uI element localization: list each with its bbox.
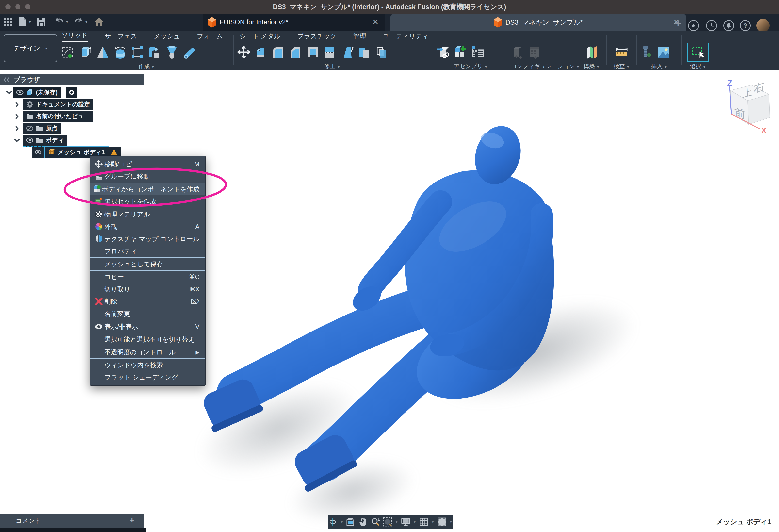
group-label-construct[interactable]: 構築	[584, 63, 595, 69]
job-status-icon[interactable]	[706, 20, 717, 31]
undo-caret-icon[interactable]: ▼	[65, 20, 69, 24]
shell-icon[interactable]	[306, 45, 319, 59]
user-avatar[interactable]	[756, 19, 770, 32]
comment-bar[interactable]: コメント +	[0, 514, 144, 528]
select-tool-active-highlight[interactable]	[687, 43, 709, 62]
grid-settings-icon[interactable]	[419, 517, 429, 527]
chamfer-icon[interactable]	[289, 45, 302, 59]
home-icon[interactable]	[94, 16, 104, 28]
bom-table-icon[interactable]	[471, 45, 485, 59]
draft-icon[interactable]	[340, 45, 354, 59]
document-tab-2-active[interactable]: DS3_マネキン_サンプル* ✕	[391, 14, 686, 31]
new-file-icon[interactable]: ▼	[18, 16, 32, 28]
extrude-icon[interactable]	[79, 45, 93, 59]
insert-canvas-icon[interactable]	[657, 45, 671, 59]
eye-icon[interactable]	[26, 136, 34, 144]
measure-icon[interactable]	[615, 45, 628, 59]
tree-expand-icon[interactable]	[6, 89, 12, 96]
app-grid-icon[interactable]	[4, 16, 13, 28]
split-body-icon[interactable]	[323, 45, 337, 59]
menu-item-find-in-window[interactable]: ウィンドウ内を検索	[90, 358, 205, 371]
tree-collapse-icon[interactable]	[14, 113, 20, 120]
eye-off-icon[interactable]	[26, 125, 34, 132]
fillet-icon[interactable]	[271, 45, 285, 59]
redo-caret-icon[interactable]: ▼	[85, 20, 88, 24]
menu-item-appearance[interactable]: 外観 A	[90, 221, 205, 233]
orbit-caret-icon[interactable]: ▼	[340, 520, 344, 524]
active-document-marker[interactable]	[66, 87, 77, 98]
notifications-icon[interactable]	[723, 20, 734, 31]
fit-caret-icon[interactable]: ▼	[395, 520, 398, 524]
sweep-icon[interactable]	[113, 45, 127, 59]
ribbon-tab-mesh[interactable]: メッシュ	[154, 32, 180, 42]
tree-item-document-settings[interactable]: ドキュメントの設定	[23, 99, 93, 110]
group-caret-icon[interactable]: ▼	[484, 65, 488, 69]
redo-icon[interactable]: ▼	[74, 16, 88, 28]
help-icon[interactable]: ?	[740, 20, 751, 31]
workspace-selector[interactable]: デザイン▼	[4, 35, 57, 62]
rail-icon[interactable]	[130, 45, 144, 59]
revolve-icon[interactable]	[96, 45, 110, 59]
new-file-caret-icon[interactable]: ▼	[28, 20, 32, 24]
group-label-modify[interactable]: 修正	[324, 63, 336, 69]
save-icon[interactable]	[37, 16, 46, 28]
configuration-table-icon[interactable]	[528, 45, 542, 59]
configuration-icon[interactable]	[511, 45, 525, 59]
add-comment-icon[interactable]: +	[129, 515, 134, 525]
press-pull-icon[interactable]	[254, 45, 268, 59]
group-caret-icon[interactable]: ▼	[151, 65, 155, 69]
insert-fastener-icon[interactable]	[640, 45, 653, 59]
new-component-icon[interactable]	[454, 45, 467, 59]
document-tab-1[interactable]: FUISON for Interior v2* ✕	[203, 14, 385, 31]
menu-item-delete[interactable]: 削除 ⌦	[90, 295, 205, 308]
tree-item-origin[interactable]: 原点	[23, 123, 61, 134]
ribbon-tab-manage[interactable]: 管理	[353, 32, 366, 42]
create-sketch-icon[interactable]	[62, 45, 75, 59]
pipe-icon[interactable]	[182, 45, 196, 59]
view-cube[interactable]: 上 前 右 Z X	[715, 80, 777, 141]
pan-icon[interactable]	[358, 517, 368, 527]
group-label-insert[interactable]: 挿入	[651, 63, 663, 69]
tree-item-bodies[interactable]: ボディ	[23, 135, 67, 147]
construction-plane-icon[interactable]	[585, 45, 599, 59]
insert-derive-icon[interactable]	[436, 45, 450, 59]
browser-minimize-icon[interactable]: −	[133, 74, 138, 83]
menu-item-texture-map-control[interactable]: テクスチャ マップ コントロール	[90, 233, 205, 245]
extensions-icon[interactable]	[688, 20, 699, 31]
ribbon-tab-sheetmetal[interactable]: シート メタル	[240, 32, 281, 42]
tree-collapse-icon[interactable]	[14, 125, 20, 132]
menu-item-show-hide[interactable]: 表示/非表示 V	[90, 320, 205, 333]
menu-item-opacity-control[interactable]: 不透明度のコントロール ▶	[90, 346, 205, 358]
add-tab-button[interactable]: +	[673, 18, 683, 29]
tree-expand-icon[interactable]	[14, 137, 20, 143]
group-caret-icon[interactable]: ▼	[664, 65, 667, 69]
group-label-create[interactable]: 作成	[138, 63, 150, 69]
group-caret-icon[interactable]: ▼	[596, 65, 600, 69]
orbit-icon[interactable]	[328, 517, 338, 527]
undo-icon[interactable]: ▼	[55, 16, 69, 28]
menu-item-save-as-mesh[interactable]: メッシュとして保存	[90, 257, 205, 270]
group-label-inspect[interactable]: 検査	[613, 63, 625, 69]
viewports-caret-icon[interactable]: ▼	[449, 520, 453, 524]
menu-item-rename[interactable]: 名前変更	[90, 308, 205, 320]
collapse-panel-icon[interactable]	[3, 77, 10, 82]
display-settings-icon[interactable]	[401, 517, 411, 527]
display-caret-icon[interactable]: ▼	[413, 520, 416, 524]
replace-face-icon[interactable]	[358, 45, 371, 59]
menu-item-flat-shading[interactable]: フラット シェーディング	[90, 371, 205, 383]
viewports-icon[interactable]	[437, 517, 447, 527]
loft-icon[interactable]	[148, 45, 162, 59]
menu-item-cut[interactable]: 切り取り ⌘X	[90, 283, 205, 295]
ribbon-tab-utilities[interactable]: ユーティリティ	[383, 32, 429, 42]
tree-collapse-icon[interactable]	[14, 102, 20, 108]
menu-item-copy[interactable]: コピー ⌘C	[90, 270, 205, 283]
group-caret-icon[interactable]: ▼	[626, 65, 630, 69]
eye-icon[interactable]	[35, 149, 41, 156]
group-label-assemble[interactable]: アセンブリ	[454, 63, 483, 69]
look-at-icon[interactable]	[346, 517, 356, 527]
ribbon-tab-form[interactable]: フォーム	[197, 32, 223, 42]
group-label-configuration[interactable]: コンフィギュレーション	[511, 63, 575, 69]
fit-icon[interactable]	[382, 517, 393, 527]
menu-item-toggle-selectable[interactable]: 選択可能と選択不可を切り替え	[90, 333, 205, 346]
menu-item-properties[interactable]: プロパティ	[90, 245, 205, 257]
